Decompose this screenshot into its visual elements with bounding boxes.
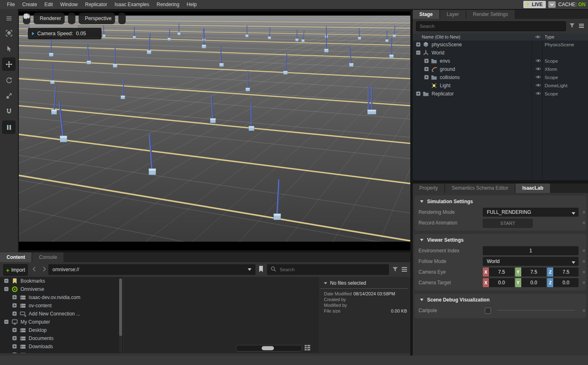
expander-plus-icon[interactable] [12,303,17,309]
tool-frame-selection[interactable] [2,26,16,40]
tool-scale[interactable] [2,89,16,102]
tree-item-my-computer[interactable]: My Computer [0,318,123,326]
forward-button[interactable] [41,266,47,274]
back-button[interactable] [31,266,38,274]
expander-plus-icon[interactable] [416,91,421,97]
tree-item-omniverse[interactable]: Omniverse [0,285,123,293]
expander-minus-icon[interactable] [4,320,9,325]
tab-render-settings[interactable]: Render Settings [466,10,515,19]
expander-minus-icon[interactable] [4,287,9,292]
stage-row-replicator[interactable]: ReplicatorScope [413,90,588,98]
section-header[interactable]: Scene Debug Visualization [414,295,586,305]
expander-plus-icon[interactable] [12,328,17,333]
tool-rotate[interactable] [2,73,16,87]
viewport-button-capture[interactable] [118,13,126,24]
stage-row-physicsscene[interactable]: physicsScenePhysicsScene [413,41,588,49]
scrollbar-thumb[interactable] [119,279,122,336]
tab-content[interactable]: Content [0,252,32,262]
panel-splitter[interactable] [413,180,588,184]
expander-minus-icon[interactable] [4,279,9,284]
tab-property[interactable]: Property [413,184,444,193]
tree-item-partial[interactable] [0,351,123,353]
import-button[interactable]: + Import [3,264,28,276]
content-search-input[interactable] [279,267,389,272]
rendering-mode-dropdown[interactable]: FULL_RENDERING [483,208,579,217]
expander-plus-icon[interactable] [424,75,429,81]
axis-z-value[interactable]: 0.0 [553,278,579,287]
expander-plus-icon[interactable] [12,352,17,353]
tree-item-desktop[interactable]: Desktop [0,326,123,334]
tab-layer[interactable]: Layer [440,10,466,19]
tab-stage[interactable]: Stage [413,10,439,19]
stage-row-light[interactable]: LightDomeLight [413,82,588,90]
menu-item-replicator[interactable]: Replicator [81,0,111,9]
axis-z-value[interactable]: 7.5 [553,268,579,277]
viewport-button-visibility-eye[interactable] [68,13,75,24]
tab-semantics-schema-editor[interactable]: Semantics Schema Editor [445,184,515,193]
column-type[interactable]: Type [545,34,554,41]
stage-row-envs[interactable]: envsScope [413,57,588,65]
path-bar[interactable] [48,264,256,275]
stage-row-collisions[interactable]: collisionsScope [413,73,588,82]
expander-plus-icon[interactable] [12,344,17,350]
menu-item-rendering[interactable]: Rendering [153,0,183,9]
scrollbar[interactable] [119,278,122,352]
expander-plus-icon[interactable] [416,42,421,48]
live-dropdown-button[interactable] [548,1,556,8]
viewport-button-camera[interactable]: Perspective [79,13,115,24]
expander-plus-icon[interactable] [12,295,17,301]
expander-plus-icon[interactable] [424,67,429,73]
tree-item-downloads[interactable]: Downloads [0,342,123,351]
visibility-eye-toggle[interactable] [535,83,541,89]
stage-search-input[interactable] [416,21,566,31]
expander-plus-icon[interactable] [12,311,17,317]
file-grid-area[interactable] [124,277,319,353]
menu-item-window[interactable]: Window [57,0,81,9]
follow-mode-dropdown[interactable]: World [483,257,579,266]
tool-pause[interactable] [2,120,16,134]
stage-row-world[interactable]: World [413,49,588,57]
visibility-eye-toggle[interactable] [535,66,541,73]
path-input[interactable] [48,267,247,272]
path-dropdown-icon[interactable] [247,267,252,272]
menu-item-isaac-examples[interactable]: Isaac Examples [111,0,153,9]
options-menu-icon[interactable] [401,266,408,274]
view-mode-icon[interactable] [304,344,311,353]
start-button[interactable]: START [483,219,533,228]
cartpole-checkbox[interactable] [485,308,491,314]
tab-isaaclab[interactable]: IsaacLab [516,184,550,193]
tool-select-arrow[interactable] [2,42,16,55]
column-name[interactable]: Name (Old to New) [422,34,460,41]
expander-plus-icon[interactable] [12,336,17,342]
axis-y-value[interactable]: 0.0 [521,278,547,287]
visibility-eye-toggle[interactable] [535,58,541,64]
tab-console[interactable]: Console [32,252,63,262]
tool-move[interactable] [2,57,16,71]
axis-y-value[interactable]: 7.5 [521,268,547,277]
menu-item-help[interactable]: Help [183,0,201,9]
filter-icon[interactable] [569,23,575,30]
tree-item-bookmarks[interactable]: Bookmarks [0,277,123,285]
section-header[interactable]: Viewer Settings [414,235,586,245]
expander-plus-icon[interactable] [424,59,429,64]
viewport-scene[interactable] [19,11,410,250]
details-header[interactable]: No files selected [320,277,408,289]
viewport[interactable]: RendererPerspective Camera Speed: 0.05 [19,11,410,250]
visibility-eye-toggle[interactable] [535,75,541,81]
viewport-button-lightbulb[interactable]: Renderer [34,13,65,24]
tree-item-ov-content[interactable]: ov-content [0,302,123,310]
environment-index-field[interactable]: 1 [483,246,579,255]
axis-x-value[interactable]: 7.5 [489,268,514,277]
bookmark-icon[interactable] [258,265,264,274]
axis-x-value[interactable]: 0.0 [489,278,514,287]
tree-item-isaac-dev-ov-nvidia-com[interactable]: isaac-dev.ov.nvidia.com [0,293,123,302]
visibility-eye-toggle[interactable] [535,91,541,97]
section-header[interactable]: Simulation Settings [414,196,586,207]
live-button[interactable]: LIVE [523,1,546,8]
slider-thumb[interactable] [262,346,274,350]
thumbnail-size-slider[interactable] [236,345,302,351]
menu-item-file[interactable]: File [3,0,18,9]
tree-item-add-new-connection-[interactable]: Add New Connection ... [0,310,123,318]
filter-icon[interactable] [392,266,398,274]
stage-row-ground[interactable]: groundXform [413,65,588,73]
